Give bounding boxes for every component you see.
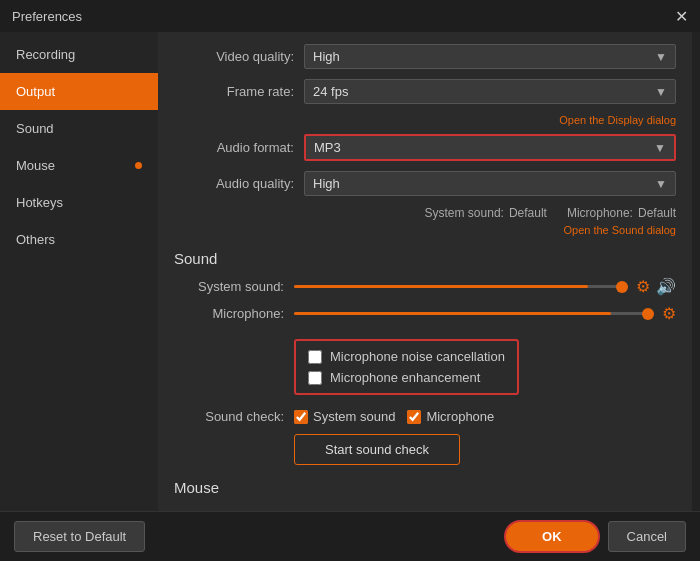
- microphone-check-label[interactable]: Microphone: [426, 409, 494, 424]
- status-row: System sound: Default Microphone: Defaul…: [174, 206, 676, 220]
- cancel-button[interactable]: Cancel: [608, 521, 686, 552]
- microphone-slider-container: [294, 312, 654, 315]
- microphone-options-group: Microphone noise cancellation Microphone…: [294, 339, 519, 395]
- system-sound-settings-icon[interactable]: ⚙: [636, 277, 650, 296]
- enhancement-label[interactable]: Microphone enhancement: [330, 370, 480, 385]
- sidebar-item-output[interactable]: Output: [0, 73, 158, 110]
- sidebar-item-recording[interactable]: Recording: [0, 36, 158, 73]
- footer: Reset to Default OK Cancel: [0, 511, 700, 561]
- open-display-dialog-link[interactable]: Open the Display dialog: [174, 114, 676, 126]
- microphone-slider-thumb[interactable]: [642, 308, 654, 320]
- system-sound-slider-container: [294, 285, 628, 288]
- main-area: Recording Output Sound Mouse Hotkeys Oth…: [0, 32, 700, 511]
- audio-quality-arrow: ▼: [655, 177, 667, 191]
- sidebar-item-recording-label: Recording: [16, 47, 75, 62]
- microphone-status-value: Default: [638, 206, 676, 220]
- microphone-status: Microphone: Default: [567, 206, 676, 220]
- microphone-check-checkbox[interactable]: [407, 410, 421, 424]
- scrollbar[interactable]: [692, 32, 700, 511]
- start-sound-check-button[interactable]: Start sound check: [294, 434, 460, 465]
- sound-check-row: Sound check: System sound Microphone: [174, 409, 676, 424]
- system-sound-volume-icon[interactable]: 🔊: [656, 277, 676, 296]
- microphone-slider-label: Microphone:: [174, 306, 284, 321]
- sidebar-item-sound-label: Sound: [16, 121, 54, 136]
- sidebar-item-mouse-label: Mouse: [16, 158, 55, 173]
- video-quality-label: Video quality:: [174, 49, 294, 64]
- audio-quality-value: High: [313, 176, 340, 191]
- audio-format-arrow: ▼: [654, 141, 666, 155]
- sidebar-item-hotkeys-label: Hotkeys: [16, 195, 63, 210]
- audio-quality-label: Audio quality:: [174, 176, 294, 191]
- mouse-section-title: Mouse: [174, 479, 676, 496]
- system-sound-check-item: System sound: [294, 409, 395, 424]
- audio-format-dropdown[interactable]: MP3 ▼: [304, 134, 676, 161]
- system-sound-status: System sound: Default: [425, 206, 547, 220]
- sidebar-item-output-label: Output: [16, 84, 55, 99]
- preferences-window: Preferences ✕ Recording Output Sound Mou…: [0, 0, 700, 561]
- window-title: Preferences: [12, 9, 82, 24]
- sound-section-title: Sound: [174, 250, 676, 267]
- system-sound-status-label: System sound:: [425, 206, 504, 220]
- ok-button[interactable]: OK: [504, 520, 600, 553]
- frame-rate-row: Frame rate: 24 fps ▼: [174, 79, 676, 104]
- microphone-slider-icons: ⚙: [662, 304, 676, 323]
- enhancement-checkbox[interactable]: [308, 371, 322, 385]
- noise-cancellation-label[interactable]: Microphone noise cancellation: [330, 349, 505, 364]
- video-quality-arrow: ▼: [655, 50, 667, 64]
- sidebar-item-hotkeys[interactable]: Hotkeys: [0, 184, 158, 221]
- sidebar-item-others-label: Others: [16, 232, 55, 247]
- mouse-section: Mouse: [174, 479, 676, 496]
- sound-section: Sound System sound: ⚙ 🔊: [174, 250, 676, 465]
- sidebar-item-mouse[interactable]: Mouse: [0, 147, 158, 184]
- system-sound-slider-thumb[interactable]: [616, 281, 628, 293]
- enhancement-row: Microphone enhancement: [308, 370, 505, 385]
- microphone-slider-track[interactable]: [294, 312, 654, 315]
- system-sound-check-checkbox[interactable]: [294, 410, 308, 424]
- frame-rate-label: Frame rate:: [174, 84, 294, 99]
- frame-rate-value: 24 fps: [313, 84, 348, 99]
- system-sound-slider-row: System sound: ⚙ 🔊: [174, 277, 676, 296]
- noise-cancellation-row: Microphone noise cancellation: [308, 349, 505, 364]
- frame-rate-dropdown[interactable]: 24 fps ▼: [304, 79, 676, 104]
- titlebar: Preferences ✕: [0, 0, 700, 32]
- video-quality-value: High: [313, 49, 340, 64]
- system-sound-slider-label: System sound:: [174, 279, 284, 294]
- video-quality-dropdown[interactable]: High ▼: [304, 44, 676, 69]
- sound-check-label: Sound check:: [174, 409, 284, 424]
- system-sound-status-value: Default: [509, 206, 547, 220]
- microphone-status-label: Microphone:: [567, 206, 633, 220]
- sidebar-item-others[interactable]: Others: [0, 221, 158, 258]
- system-sound-slider-icons: ⚙ 🔊: [636, 277, 676, 296]
- microphone-slider-fill: [294, 312, 611, 315]
- noise-cancellation-checkbox[interactable]: [308, 350, 322, 364]
- system-sound-slider-fill: [294, 285, 588, 288]
- system-sound-slider-track[interactable]: [294, 285, 628, 288]
- audio-quality-row: Audio quality: High ▼: [174, 171, 676, 196]
- sidebar-item-sound[interactable]: Sound: [0, 110, 158, 147]
- audio-format-label: Audio format:: [174, 140, 294, 155]
- close-button[interactable]: ✕: [675, 7, 688, 26]
- microphone-slider-row: Microphone: ⚙: [174, 304, 676, 323]
- microphone-check-item: Microphone: [407, 409, 494, 424]
- audio-format-row: Audio format: MP3 ▼: [174, 134, 676, 161]
- content-area: Video quality: High ▼ Frame rate: 24 fps…: [158, 32, 692, 511]
- system-sound-check-label[interactable]: System sound: [313, 409, 395, 424]
- audio-quality-dropdown[interactable]: High ▼: [304, 171, 676, 196]
- frame-rate-arrow: ▼: [655, 85, 667, 99]
- sidebar: Recording Output Sound Mouse Hotkeys Oth…: [0, 32, 158, 511]
- mouse-dot: [135, 162, 142, 169]
- audio-format-value: MP3: [314, 140, 341, 155]
- video-quality-row: Video quality: High ▼: [174, 44, 676, 69]
- microphone-settings-icon[interactable]: ⚙: [662, 304, 676, 323]
- footer-right: OK Cancel: [504, 520, 686, 553]
- reset-to-default-button[interactable]: Reset to Default: [14, 521, 145, 552]
- open-sound-dialog-link[interactable]: Open the Sound dialog: [174, 224, 676, 236]
